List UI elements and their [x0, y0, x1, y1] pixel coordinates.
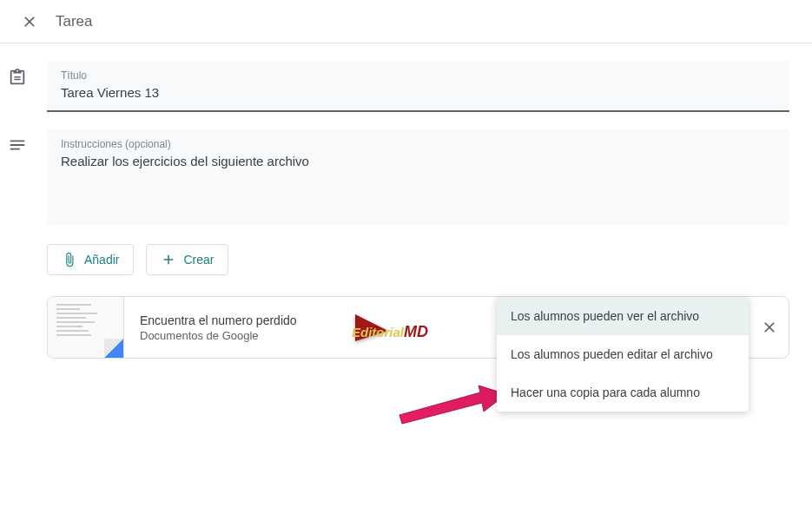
assignment-icon — [8, 68, 27, 87]
instructions-value: Realizar los ejercicios del siguiente ar… — [61, 154, 776, 168]
remove-attachment-button[interactable] — [761, 319, 778, 336]
attachment-info[interactable]: Encuentra el numero perdido Documentos d… — [124, 313, 350, 342]
plus-icon — [161, 252, 176, 267]
watermark: EditorialMD — [355, 314, 428, 341]
attachment-type: Documentos de Google — [140, 329, 350, 342]
instructions-label: Instrucciones (opcional) — [61, 138, 776, 150]
page-title: Tarea — [56, 13, 93, 30]
arrow-annotation — [395, 382, 508, 425]
close-button[interactable] — [16, 8, 43, 36]
create-button[interactable]: Crear — [146, 244, 228, 275]
main: Título Tarea Viernes 13 Instrucciones (o… — [35, 61, 812, 359]
content: Título Tarea Viernes 13 Instrucciones (o… — [0, 43, 812, 359]
dropdown-option-view[interactable]: Los alumnos pueden ver el archivo — [497, 297, 749, 335]
close-icon — [21, 13, 38, 30]
attachment-icon — [62, 252, 77, 267]
instructions-field[interactable]: Instrucciones (opcional) Realizar los ej… — [47, 129, 789, 225]
permissions-dropdown: Los alumnos pueden ver el archivo Los al… — [497, 297, 749, 412]
add-button-label: Añadir — [84, 253, 119, 267]
title-value: Tarea Viernes 13 — [61, 85, 776, 100]
title-label: Título — [61, 69, 776, 82]
sidebar — [0, 61, 35, 359]
dropdown-option-edit[interactable]: Los alumnos pueden editar el archivo — [497, 335, 749, 373]
title-field[interactable]: Título Tarea Viernes 13 — [47, 61, 789, 112]
add-button[interactable]: Añadir — [47, 244, 134, 275]
attachment-title: Encuentra el numero perdido — [140, 313, 350, 327]
actions-row: Añadir Crear — [47, 244, 789, 275]
header: Tarea — [0, 0, 812, 43]
close-icon — [761, 319, 778, 336]
attachment-card: Encuentra el numero perdido Documentos d… — [47, 296, 789, 359]
notes-icon — [8, 135, 27, 155]
attachment-thumbnail[interactable] — [48, 297, 124, 358]
watermark-text-a: Editorial — [352, 325, 404, 339]
create-button-label: Crear — [183, 253, 214, 267]
dropdown-option-copy[interactable]: Hacer una copia para cada alumno — [497, 373, 749, 412]
watermark-text-b: MD — [404, 323, 428, 340]
